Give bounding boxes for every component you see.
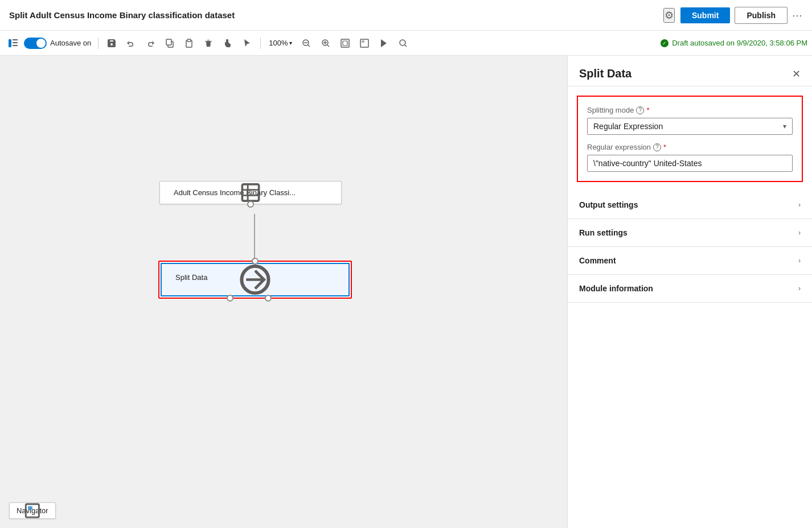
run-settings-accordion: Run settings › [568,219,812,247]
splitting-mode-field: Splitting mode ? * Regular Expression ▾ [587,106,793,135]
publish-button[interactable]: Publish [735,7,788,24]
autosave-text: Draft autosaved on 9/9/2020, 3:58:06 PM [672,39,807,47]
splitting-mode-select[interactable]: Regular Expression ▾ [587,118,793,135]
run-icon[interactable] [375,35,392,52]
splitting-mode-required: * [646,106,649,114]
split-data-output-port-1[interactable] [227,295,233,302]
svg-rect-0 [9,39,11,47]
canvas[interactable]: Adult Census Income Binary Classi... Spl… [0,56,567,528]
splitting-mode-help-icon[interactable]: ? [636,106,644,114]
save-icon[interactable] [103,35,120,52]
search-icon[interactable] [395,35,412,52]
navigator-button[interactable]: Navigator [9,502,56,519]
autosave-status: ✓ Draft autosaved on 9/9/2020, 3:58:06 P… [661,39,807,47]
toolbar: Autosave on 100% ▾ [0,31,812,56]
right-panel: Split Data ✕ Splitting mode ? * Regular … [567,56,812,528]
split-data-inner: Split Data [161,263,350,296]
header-actions: Submit Publish ⋯ [680,7,803,24]
fit-view-icon[interactable] [337,35,354,52]
panel-header: Split Data ✕ [568,56,812,86]
regex-input[interactable] [587,155,793,172]
output-settings-chevron-icon: › [798,201,801,209]
navigator-label: Navigator [17,506,48,515]
module-information-accordion: Module information › [568,275,812,303]
svg-rect-5 [166,39,171,45]
regex-required: * [663,143,666,151]
svg-rect-11 [343,41,347,46]
hand-tool-icon[interactable] [219,35,236,52]
regex-field: Regular expression ? * [587,143,793,172]
dataset-output-port[interactable] [247,201,254,208]
output-settings-header[interactable]: Output settings › [568,191,812,218]
undo-icon[interactable] [122,35,140,52]
autosave-toggle[interactable]: Autosave on [24,38,91,49]
split-data-output-port-2[interactable] [265,295,272,302]
autosave-dot-icon: ✓ [661,39,669,47]
autosave-label: Autosave on [50,39,91,47]
dataset-node[interactable]: Adult Census Income Binary Classi... [159,181,342,204]
run-settings-header[interactable]: Run settings › [568,219,812,246]
zoom-control[interactable]: 100% ▾ [265,38,295,48]
splitting-mode-section: Splitting mode ? * Regular Expression ▾ … [577,96,803,182]
redo-icon[interactable] [142,35,159,52]
output-settings-title: Output settings [579,200,638,209]
split-data-input-port[interactable] [252,258,259,265]
more-options-button[interactable]: ⋯ [792,9,803,22]
svg-rect-7 [187,39,191,42]
zoom-chevron: ▾ [289,40,292,46]
main-layout: Adult Census Income Binary Classi... Spl… [0,56,812,528]
splitting-mode-label: Splitting mode ? * [587,106,793,114]
minimap-icon[interactable] [356,35,373,52]
comment-accordion: Comment › [568,247,812,275]
submit-button[interactable]: Submit [680,7,730,23]
delete-icon[interactable] [200,35,217,52]
split-data-node-label: Split Data [175,273,207,282]
svg-rect-1 [13,39,18,40]
run-settings-title: Run settings [579,228,628,237]
sidebar-toggle-icon[interactable] [5,35,22,52]
svg-point-19 [241,266,268,293]
comment-header[interactable]: Comment › [568,247,812,274]
svg-rect-2 [13,42,18,43]
splitting-mode-chevron-icon: ▾ [783,122,786,130]
svg-point-15 [400,40,405,46]
output-settings-accordion: Output settings › [568,191,812,219]
zoom-in-icon[interactable] [317,35,334,52]
svg-rect-3 [13,45,18,46]
splitting-mode-value: Regular Expression [593,122,663,131]
split-data-node[interactable]: Split Data [158,261,352,299]
comment-title: Comment [579,256,616,265]
svg-rect-10 [341,39,349,47]
separator-2 [260,38,261,49]
zoom-out-icon[interactable] [298,35,315,52]
paste-icon[interactable] [181,35,198,52]
panel-close-button[interactable]: ✕ [792,68,801,80]
module-information-header[interactable]: Module information › [568,275,812,302]
run-settings-chevron-icon: › [798,229,801,237]
dataset-node-label: Adult Census Income Binary Classi... [174,188,296,197]
regex-label: Regular expression ? * [587,143,793,151]
settings-icon[interactable]: ⚙ [663,8,675,23]
regex-help-icon[interactable]: ? [653,143,661,151]
svg-rect-13 [362,40,364,43]
comment-chevron-icon: › [798,257,801,265]
page-title: Split Adult Census Income Binary classif… [9,10,658,20]
panel-title: Split Data [579,67,631,80]
module-information-chevron-icon: › [798,284,801,292]
svg-marker-14 [381,39,387,47]
module-information-title: Module information [579,284,653,293]
separator-1 [98,38,99,49]
copy-icon[interactable] [161,35,178,52]
select-icon[interactable] [239,35,256,52]
header: Split Adult Census Income Binary classif… [0,0,812,31]
autosave-switch[interactable] [24,38,47,49]
zoom-value: 100% [269,39,288,47]
